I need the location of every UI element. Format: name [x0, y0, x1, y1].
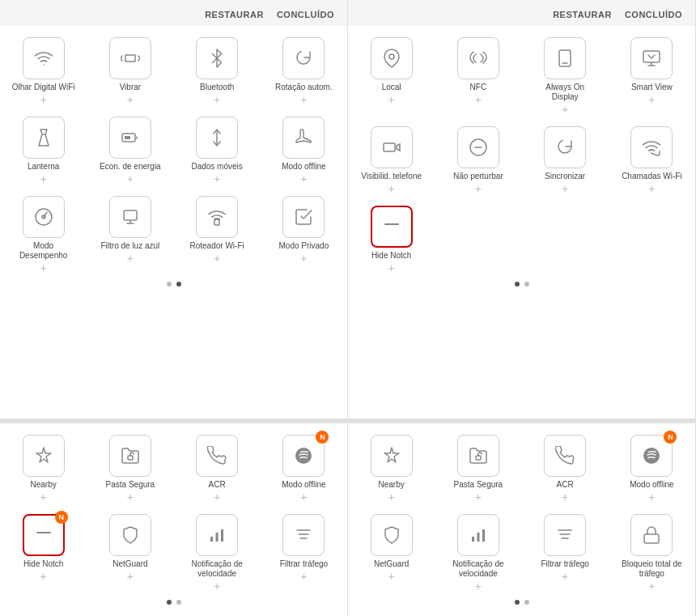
bluetooth-icon-box[interactable] — [196, 37, 238, 79]
hide-notch-top-icon-box[interactable] — [371, 206, 413, 248]
svg-rect-1 — [125, 136, 130, 139]
wifi-icon-box[interactable] — [23, 37, 65, 79]
acr-icon-box[interactable] — [196, 435, 238, 477]
secure-folder-right-icon-box[interactable] — [457, 435, 499, 477]
secure-folder-right-label: Pasta Segura — [454, 480, 503, 490]
airplane-icon — [294, 128, 313, 147]
done-btn-right[interactable]: CONCLUÍDO — [625, 10, 682, 19]
aod-icon-box[interactable] — [544, 37, 586, 79]
list-item: Chamadas Wi-Fi + — [609, 118, 695, 198]
restore-btn-left[interactable]: RESTAURAR — [205, 10, 264, 19]
smart-view-label: Smart View — [631, 83, 673, 92]
right-bottom-grid: Nearby + Pasta Segura + ACR + N — [348, 427, 695, 595]
bluetooth-icon — [207, 49, 227, 68]
acr-right-icon-box[interactable] — [544, 435, 586, 477]
dot — [176, 600, 181, 605]
add-icon: + — [40, 491, 47, 503]
data-icon-box[interactable] — [196, 117, 238, 159]
netguard-icon-box[interactable] — [109, 514, 151, 556]
secure-folder-icon-box[interactable] — [109, 435, 151, 477]
nfc-icon-box[interactable] — [457, 37, 499, 79]
svg-rect-30 — [644, 534, 659, 543]
add-icon: + — [40, 94, 47, 105]
filter-icon-box[interactable] — [282, 514, 325, 556]
bar-chart-icon — [207, 525, 227, 545]
wifi-icon — [34, 49, 53, 68]
bluelight-icon-box[interactable] — [109, 196, 151, 238]
privacy-icon-box[interactable] — [282, 196, 325, 238]
list-item: NetGuard + — [87, 506, 173, 595]
dnd-icon — [469, 138, 488, 157]
list-item: Pasta Segura + — [87, 427, 173, 506]
svg-rect-21 — [384, 223, 399, 225]
list-item: Filtro de luz azul + — [87, 188, 173, 277]
battery-icon-box[interactable] — [109, 117, 151, 159]
nearby-icon-box[interactable] — [23, 435, 65, 477]
acr-label: ACR — [209, 480, 226, 490]
wifi-call-icon-box[interactable] — [630, 126, 673, 168]
add-icon: + — [388, 94, 395, 105]
flashlight-icon — [34, 128, 53, 147]
spotify-icon-box[interactable]: N — [282, 435, 325, 477]
add-icon: + — [214, 253, 220, 264]
nearby-label: Nearby — [31, 480, 57, 490]
svg-rect-18 — [384, 143, 395, 151]
battery-icon — [121, 128, 140, 147]
location-icon-box[interactable] — [371, 37, 413, 79]
add-icon: + — [648, 491, 655, 503]
dot-active — [515, 600, 520, 605]
hotspot-icon-box[interactable] — [196, 196, 238, 238]
vibrate-icon-box[interactable] — [109, 37, 151, 79]
add-icon: + — [300, 571, 307, 582]
sync-icon-box[interactable] — [544, 126, 586, 168]
netguard-right-icon-box[interactable] — [371, 514, 413, 556]
smart-view-icon-box[interactable] — [630, 37, 673, 79]
hide-notch-icon-box[interactable]: N — [23, 514, 65, 556]
nearby-right-icon-box[interactable] — [371, 435, 413, 477]
hotspot-label: Roteador Wi-Fi — [190, 241, 244, 251]
left-bottom-section: Nearby + Pasta Segura + ACR + N — [0, 423, 347, 616]
phone-icon — [555, 446, 575, 465]
svg-rect-7 — [36, 532, 51, 533]
svg-point-14 — [389, 54, 394, 59]
flashlight-icon-box[interactable] — [23, 117, 65, 159]
speed-notif-icon-box[interactable] — [196, 514, 238, 556]
lock-icon — [642, 525, 661, 545]
hide-notch-icon — [34, 525, 53, 545]
add-icon: + — [562, 104, 568, 115]
list-item: N Modo offline + — [261, 427, 347, 506]
visibility-icon-box[interactable] — [371, 126, 413, 168]
secure-folder-icon — [121, 446, 140, 465]
done-btn-left[interactable]: CONCLUÍDO — [277, 10, 334, 19]
hide-notch-top-label: Hide Notch — [371, 251, 411, 261]
visibility-icon — [382, 138, 401, 157]
privacy-icon — [294, 207, 313, 227]
spotify-icon — [294, 446, 313, 465]
list-item: Always On Display + — [522, 29, 609, 118]
wifi-label: Olhar Digital WiFi — [12, 83, 75, 92]
rotate-icon-box[interactable] — [282, 37, 325, 79]
data-label: Dados móveis — [191, 162, 242, 172]
list-item: N Hide Notch + — [0, 506, 87, 595]
add-icon: + — [40, 173, 47, 185]
list-item: Econ. de energia + — [87, 108, 173, 188]
bluetooth-label: Bluetooth — [200, 83, 234, 92]
svg-rect-8 — [210, 537, 213, 542]
airplane-icon-box[interactable] — [282, 117, 325, 159]
filter-right-icon-box[interactable] — [544, 514, 586, 556]
hide-notch-icon — [382, 217, 401, 236]
list-item: Bloqueio total de tráfego + — [609, 506, 695, 595]
badge: N — [316, 431, 329, 444]
lock-icon-box[interactable] — [630, 514, 673, 556]
list-item-empty — [609, 198, 695, 277]
dnd-icon-box[interactable] — [457, 126, 499, 168]
dot-active — [176, 282, 181, 287]
shield-icon — [382, 525, 401, 545]
spotify-right-icon-box[interactable]: N — [630, 435, 673, 477]
left-top-grid-section: Olhar Digital WiFi + Vibrar + Bluetooth … — [0, 26, 347, 418]
speed-notif-right-icon-box[interactable] — [457, 514, 499, 556]
list-item: ACR + — [174, 427, 261, 506]
nearby-icon — [382, 446, 401, 465]
speed-icon-box[interactable] — [23, 196, 65, 238]
restore-btn-right[interactable]: RESTAURAR — [553, 10, 612, 19]
